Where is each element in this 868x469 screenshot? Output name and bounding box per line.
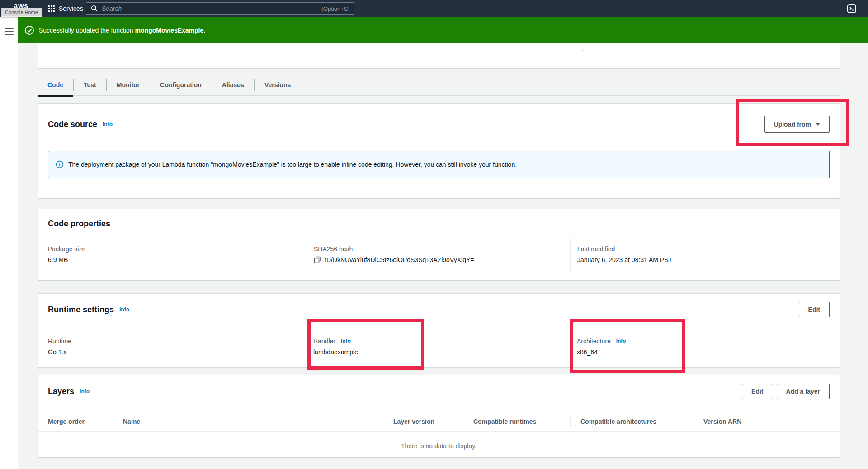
add-a-layer-button[interactable]: Add a layer bbox=[777, 384, 830, 399]
tab-code[interactable]: Code bbox=[38, 75, 73, 96]
architecture-value: x86_64 bbox=[577, 348, 833, 356]
info-circle-icon bbox=[56, 160, 64, 169]
handler-field: Handler Info lambdaexample bbox=[307, 325, 570, 365]
layers-info-link[interactable]: Info bbox=[80, 388, 90, 394]
handler-info-link[interactable]: Info bbox=[341, 338, 351, 344]
overview-column-divider bbox=[571, 43, 571, 68]
layers-header: Layers Info Edit Add a layer bbox=[38, 375, 840, 399]
aws-logo-area[interactable]: aws Console Home bbox=[0, 0, 45, 17]
services-menu-button[interactable]: Services bbox=[48, 5, 83, 12]
function-overview-partial: - bbox=[38, 43, 840, 69]
tab-monitor[interactable]: Monitor bbox=[107, 75, 150, 96]
console-home-tooltip: Console Home bbox=[1, 8, 42, 17]
code-properties-card: Code properties Package size 6.9 MB SHA2… bbox=[38, 209, 840, 280]
nav-divider bbox=[862, 4, 862, 14]
sha256-value: tD/DkNUvaYiuf8UlC5tz6oiOPdS3Sg+3AZl9oVyX… bbox=[314, 256, 563, 263]
layers-table-header: Merge order Name Layer version Compatibl… bbox=[38, 411, 840, 432]
search-icon bbox=[91, 5, 98, 12]
caret-down-icon bbox=[816, 123, 820, 126]
last-modified-value: January 6, 2023 at 08:31 AM PST bbox=[577, 256, 833, 263]
layers-actions: Edit Add a layer bbox=[742, 384, 830, 399]
left-sidebar bbox=[0, 17, 18, 469]
flash-function-name: mongoMoviesExample. bbox=[135, 27, 206, 34]
search-input[interactable] bbox=[102, 5, 321, 12]
runtime-settings-fields: Runtime Go 1.x Handler Info lambdaexampl… bbox=[38, 325, 840, 365]
notice-text: The deployment package of your Lambda fu… bbox=[68, 161, 517, 168]
function-tabs: Code Test Monitor Configuration Aliases … bbox=[38, 75, 840, 96]
tab-versions[interactable]: Versions bbox=[255, 75, 301, 96]
handler-label: Handler bbox=[313, 338, 335, 345]
sha256-label: SHA256 hash bbox=[314, 245, 563, 253]
architecture-label-row: Architecture Info bbox=[577, 338, 833, 345]
code-source-card: Code source Info Upload from The deploym… bbox=[38, 103, 840, 198]
tab-configuration[interactable]: Configuration bbox=[150, 75, 212, 96]
column-compatible-runtimes: Compatible runtimes bbox=[463, 416, 570, 427]
package-size-label: Package size bbox=[48, 245, 300, 253]
package-size-field: Package size 6.9 MB bbox=[38, 238, 307, 272]
search-shortcut-hint: [Option+S] bbox=[321, 5, 349, 12]
handler-value: lambdaexample bbox=[313, 348, 563, 356]
cloudshell-icon[interactable] bbox=[847, 4, 856, 13]
architecture-info-link[interactable]: Info bbox=[616, 338, 626, 344]
global-search-box[interactable]: [Option+S] bbox=[86, 2, 354, 15]
column-compatible-architectures: Compatible architectures bbox=[570, 416, 693, 427]
runtime-settings-title: Runtime settings bbox=[48, 305, 114, 314]
code-properties-header: Code properties bbox=[38, 209, 840, 229]
layers-title: Layers bbox=[48, 387, 74, 396]
runtime-edit-button[interactable]: Edit bbox=[799, 302, 830, 317]
upload-from-label: Upload from bbox=[774, 121, 811, 128]
code-source-header: Code source Info Upload from bbox=[38, 104, 840, 133]
last-modified-label: Last modified bbox=[577, 245, 833, 253]
architecture-label: Architecture bbox=[577, 338, 611, 345]
column-layer-version: Layer version bbox=[383, 416, 463, 427]
code-source-title: Code source bbox=[48, 120, 97, 129]
column-version-arn: Version ARN bbox=[693, 416, 840, 427]
handler-label-row: Handler Info bbox=[313, 338, 563, 345]
last-modified-field: Last modified January 6, 2023 at 08:31 A… bbox=[570, 238, 840, 272]
overview-empty-value: - bbox=[582, 46, 584, 53]
runtime-settings-info-link[interactable]: Info bbox=[119, 306, 129, 313]
code-source-info-link[interactable]: Info bbox=[103, 121, 113, 127]
layers-card: Layers Info Edit Add a layer Merge order… bbox=[38, 375, 840, 457]
layers-edit-button[interactable]: Edit bbox=[742, 384, 773, 399]
column-merge-order: Merge order bbox=[38, 416, 113, 427]
code-properties-title: Code properties bbox=[48, 219, 110, 228]
package-size-value: 6.9 MB bbox=[48, 256, 300, 263]
tab-test[interactable]: Test bbox=[74, 75, 106, 96]
tab-aliases[interactable]: Aliases bbox=[212, 75, 254, 96]
copy-icon[interactable] bbox=[314, 256, 321, 263]
column-name: Name bbox=[113, 416, 383, 427]
success-check-icon bbox=[24, 25, 34, 35]
package-too-large-notice: The deployment package of your Lambda fu… bbox=[48, 151, 830, 178]
main-content: Successfully updated the function mongoM… bbox=[18, 17, 868, 469]
upload-from-button[interactable]: Upload from bbox=[764, 116, 830, 133]
runtime-settings-card: Runtime settings Info Edit Runtime Go 1.… bbox=[38, 293, 840, 368]
runtime-value: Go 1.x bbox=[48, 348, 300, 356]
services-grid-icon bbox=[48, 5, 55, 12]
sha256-hash-text: tD/DkNUvaYiuf8UlC5tz6oiOPdS3Sg+3AZl9oVyX… bbox=[325, 256, 474, 263]
runtime-label: Runtime bbox=[48, 338, 300, 345]
sha256-field: SHA256 hash tD/DkNUvaYiuf8UlC5tz6oiOPdS3… bbox=[307, 238, 570, 272]
success-flash-banner: Successfully updated the function mongoM… bbox=[18, 17, 868, 43]
architecture-field: Architecture Info x86_64 bbox=[570, 325, 840, 365]
runtime-settings-header: Runtime settings Info Edit bbox=[38, 294, 840, 317]
code-properties-fields: Package size 6.9 MB SHA256 hash tD/DkNUv… bbox=[38, 238, 840, 272]
runtime-field: Runtime Go 1.x bbox=[38, 325, 307, 365]
layers-empty-message: There is no data to display. bbox=[38, 432, 840, 460]
menu-hamburger-icon[interactable] bbox=[5, 28, 14, 35]
flash-message: Successfully updated the function bbox=[39, 27, 133, 34]
services-label: Services bbox=[59, 5, 83, 12]
top-navigation-bar: aws Console Home Services [Option+S] bbox=[0, 0, 868, 17]
